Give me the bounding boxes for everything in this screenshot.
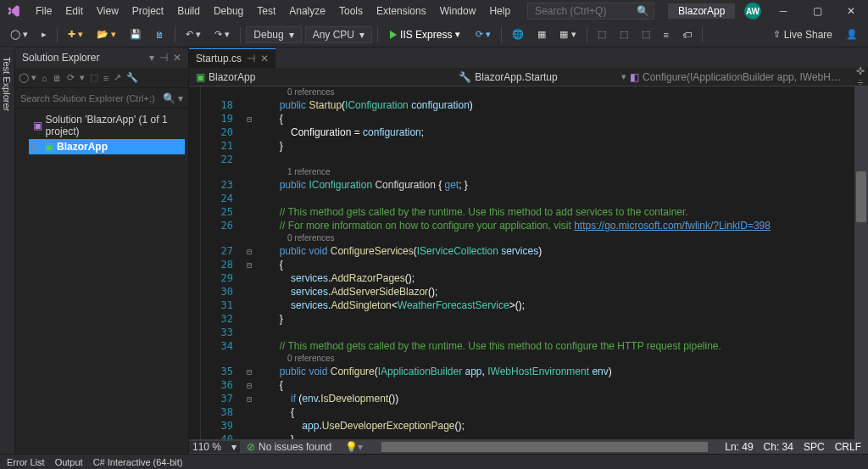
menu-help[interactable]: Help xyxy=(482,2,517,20)
nav-fwd-button[interactable]: ▸ xyxy=(36,27,52,42)
live-share-button[interactable]: ⇧ Live Share xyxy=(773,29,832,41)
search-icon: 🔍 ▾ xyxy=(163,92,183,104)
menu-window[interactable]: Window xyxy=(433,2,483,20)
scrollbar-thumb[interactable] xyxy=(856,171,866,222)
vs-logo-icon xyxy=(5,3,22,20)
fold-column[interactable]: ⊟⊟⊟⊟⊟⊟⊟ xyxy=(242,87,257,439)
global-search[interactable]: 🔍 xyxy=(527,3,654,20)
editor-tab-startup[interactable]: Startup.cs ⊣ ✕ xyxy=(189,48,275,68)
menu-edit[interactable]: Edit xyxy=(58,2,90,20)
solution-tool-3[interactable]: ⟳ xyxy=(67,72,75,83)
main-toolbar: ◯ ▾ ▸ ✚ ▾ 📂 ▾ 💾 🗎 ↶ ▾ ↷ ▾ Debug▾ Any CPU… xyxy=(0,22,868,47)
undo-button[interactable]: ↶ ▾ xyxy=(181,27,206,42)
toolb6[interactable]: ≡ xyxy=(659,28,674,42)
menu-extensions[interactable]: Extensions xyxy=(370,2,433,20)
save-button[interactable]: 💾 xyxy=(125,27,147,42)
new-item-button[interactable]: ✚ ▾ xyxy=(63,27,88,42)
horizontal-scrollbar[interactable] xyxy=(381,442,708,452)
menu-debug[interactable]: Debug xyxy=(207,2,250,20)
restore-button[interactable]: ▢ xyxy=(805,3,829,20)
panel-dropdown-icon[interactable]: ▾ xyxy=(149,52,154,64)
editor-nav-bar: ▣ BlazorApp 🔧 BlazorApp.Startup ▾ ◧ Conf… xyxy=(189,68,868,87)
side-tab-test-explorer[interactable]: Test Explorer xyxy=(0,47,14,454)
solution-node[interactable]: ▣ Solution 'BlazorApp' (1 of 1 project) xyxy=(19,112,185,139)
solution-tool-1[interactable]: ◯ ▾ xyxy=(19,72,36,83)
open-file-button[interactable]: 📂 ▾ xyxy=(92,27,121,42)
solution-explorer-header: Solution Explorer ▾ ⊣ ✕ xyxy=(15,47,188,68)
zoom-control[interactable]: 110 %▾ xyxy=(189,441,240,453)
toolb7[interactable]: 🏷 xyxy=(677,28,697,42)
redo-button[interactable]: ↷ ▾ xyxy=(209,27,235,42)
solution-tool-2[interactable]: 🗎 xyxy=(53,73,62,83)
editor-tab-well: Startup.cs ⊣ ✕ xyxy=(189,47,868,68)
config-dropdown[interactable]: Debug▾ xyxy=(246,26,301,43)
panel-title: Solution Explorer xyxy=(22,52,99,64)
solution-toolbar: ◯ ▾ ⌂ 🗎 ⟳ ▾ ⬚ ≡ ↗ 🔧 xyxy=(15,68,188,88)
left-side-tabs: Test Explorer Team Explorer SQL Server O… xyxy=(0,47,15,454)
toolb5[interactable]: ⬚ xyxy=(637,27,655,42)
lightbulb-icon[interactable]: 💡▾ xyxy=(345,441,363,453)
home-icon[interactable]: ⌂ xyxy=(42,73,47,83)
toolb4[interactable]: ⬚ xyxy=(615,27,633,42)
close-button[interactable]: ✕ xyxy=(839,3,863,20)
run-button[interactable]: IIS Express ▾ xyxy=(383,27,467,42)
solution-tool-4[interactable]: ▾ xyxy=(80,72,85,83)
solution-tool-7[interactable]: ↗ xyxy=(114,72,121,83)
app-name-label: BlazorApp xyxy=(668,3,735,19)
menu-analyze[interactable]: Analyze xyxy=(282,2,332,20)
code-content[interactable]: 0 references public Startup(IConfigurati… xyxy=(257,87,868,439)
toolb2[interactable]: ▦ ▾ xyxy=(554,27,581,42)
platform-dropdown[interactable]: Any CPU▾ xyxy=(305,26,372,43)
tab-error-list[interactable]: Error List xyxy=(7,457,45,467)
tab-close-icon[interactable]: ✕ xyxy=(260,53,269,64)
menu-file[interactable]: File xyxy=(29,2,58,20)
project-label: BlazorApp xyxy=(57,141,108,153)
menu-bar: FileEditViewProjectBuildDebugTestAnalyze… xyxy=(0,0,868,22)
solution-explorer-panel: Solution Explorer ▾ ⊣ ✕ ◯ ▾ ⌂ 🗎 ⟳ ▾ ⬚ ≡ … xyxy=(15,47,189,454)
save-all-button[interactable]: 🗎 xyxy=(150,28,170,42)
menu-view[interactable]: View xyxy=(90,2,125,20)
tab-label: Startup.cs xyxy=(196,53,242,64)
menu-test[interactable]: Test xyxy=(250,2,282,20)
nav-back-button[interactable]: ◯ ▾ xyxy=(5,27,33,42)
user-avatar[interactable]: AW xyxy=(744,3,761,20)
chevron-right-icon[interactable]: ▷ xyxy=(32,141,41,153)
issues-indicator[interactable]: ⊘No issues found xyxy=(240,441,338,453)
solution-tool-6[interactable]: ≡ xyxy=(103,73,108,83)
code-editor[interactable]: 1819202122232425262728293031323334353637… xyxy=(189,87,868,439)
minimize-button[interactable]: ─ xyxy=(771,3,795,20)
cursor-position: Ln: 49Ch: 34SPCCRLF xyxy=(718,441,868,453)
project-node[interactable]: ▷ ▣ BlazorApp xyxy=(29,139,185,154)
tab-csharp-interactive[interactable]: C# Interactive (64-bit) xyxy=(93,457,183,467)
menu-build[interactable]: Build xyxy=(170,2,207,20)
solution-search-input[interactable] xyxy=(20,93,163,103)
menu-tools[interactable]: Tools xyxy=(332,2,370,20)
line-number-gutter: 1819202122232425262728293031323334353637… xyxy=(201,87,242,439)
solution-search[interactable]: 🔍 ▾ xyxy=(15,88,188,109)
editor-area: Startup.cs ⊣ ✕ ▣ BlazorApp 🔧 BlazorApp.S… xyxy=(189,47,868,454)
toolb3[interactable]: ⬚ xyxy=(593,27,611,42)
solution-icon: ▣ xyxy=(33,120,42,131)
editor-bottom-strip: 110 %▾ ⊘No issues found 💡▾ Ln: 49Ch: 34S… xyxy=(189,439,868,454)
wrench-icon[interactable]: 🔧 xyxy=(126,72,138,83)
feedback-button[interactable]: 👤 xyxy=(841,27,863,42)
bottom-tool-tabs: Error List Output C# Interactive (64-bit… xyxy=(0,454,868,469)
browser-link-button[interactable]: 🌐 xyxy=(507,27,529,42)
search-input[interactable] xyxy=(535,5,637,17)
refresh-button[interactable]: ⟳ ▾ xyxy=(470,27,496,42)
menu-project[interactable]: Project xyxy=(125,2,170,20)
vertical-scrollbar[interactable] xyxy=(854,87,868,439)
toolb1[interactable]: ▦ xyxy=(532,27,551,42)
nav-member-dropdown[interactable]: ▾ ◧ Configure(IApplicationBuilder app, I… xyxy=(615,70,853,85)
pin-icon[interactable]: ⊣ xyxy=(159,52,168,64)
nav-project-dropdown[interactable]: ▣ BlazorApp xyxy=(189,70,402,85)
solution-tree: ▣ Solution 'BlazorApp' (1 of 1 project) … xyxy=(15,109,188,158)
tab-output[interactable]: Output xyxy=(55,457,83,467)
nav-class-dropdown[interactable]: 🔧 BlazorApp.Startup xyxy=(402,70,615,85)
panel-close-icon[interactable]: ✕ xyxy=(173,52,181,64)
solution-tool-5[interactable]: ⬚ xyxy=(90,72,98,83)
csproj-icon: ▣ xyxy=(44,141,53,153)
pin-icon[interactable]: ⊣ xyxy=(247,53,255,64)
split-icon[interactable]: ✜÷ xyxy=(853,65,868,89)
margin-overview xyxy=(189,87,201,439)
